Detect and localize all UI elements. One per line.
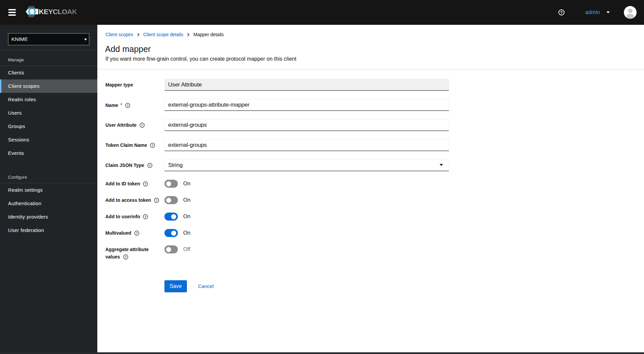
svg-text:?: ? bbox=[560, 10, 562, 15]
svg-text:?: ? bbox=[145, 215, 147, 219]
svg-text:?: ? bbox=[141, 123, 143, 127]
svg-text:?: ? bbox=[149, 164, 151, 167]
svg-text:?: ? bbox=[152, 143, 154, 147]
svg-text:?: ? bbox=[156, 198, 158, 202]
svg-text:KEYCLOAK: KEYCLOAK bbox=[39, 8, 77, 15]
svg-text:?: ? bbox=[145, 182, 147, 186]
svg-text:?: ? bbox=[127, 104, 129, 107]
svg-text:?: ? bbox=[125, 255, 127, 259]
svg-text:?: ? bbox=[136, 231, 138, 235]
